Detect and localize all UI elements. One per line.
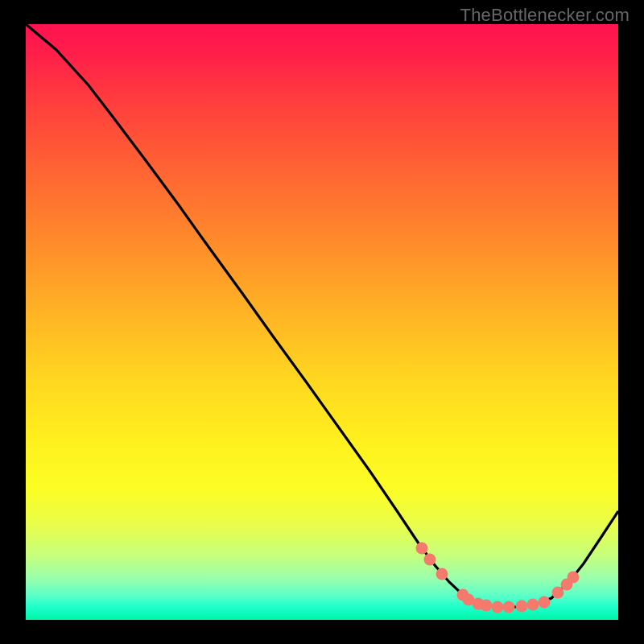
chart-container: TheBottlenecker.com	[0, 0, 644, 644]
watermark-text: TheBottlenecker.com	[460, 5, 630, 26]
gradient-background	[26, 24, 618, 620]
